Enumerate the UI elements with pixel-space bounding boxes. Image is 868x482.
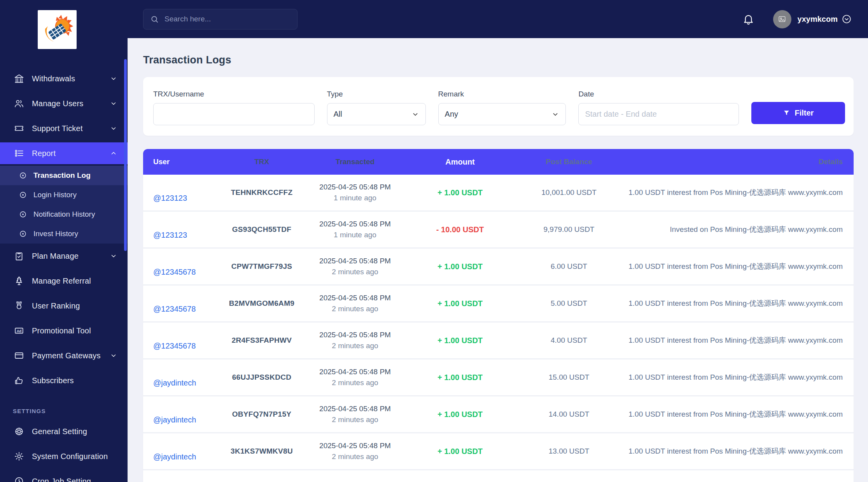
filter-card: TRX/Username Type All Remark Any [143, 77, 854, 136]
sidebar-item-system-configuration[interactable]: System Configuration [0, 444, 128, 469]
user-link[interactable]: @jaydintech [153, 452, 196, 461]
transacted-date: 2025-04-25 05:48 PM [303, 366, 408, 377]
app-logo[interactable] [38, 10, 77, 49]
field-type: Type All [327, 90, 426, 136]
user-cell: @jaydintech [143, 410, 221, 419]
post-balance: 5.00 USDT [513, 299, 625, 308]
medal-icon [14, 301, 24, 311]
column-header-amount: Amount [408, 158, 513, 167]
type-select-value: All [334, 110, 342, 119]
sidebar-item-label: Payment Gateways [32, 351, 110, 360]
user-cell: @12345678 [143, 299, 221, 308]
sidebar-item-cron-job-setting[interactable]: Cron Job Setting [0, 469, 128, 482]
user-link[interactable]: @12345678 [153, 305, 196, 314]
details: 1.00 USDT interest from Pos Mining-优选源码库… [625, 335, 854, 345]
table-row: @123456782R4FS3FAPHWV2025-04-25 05:48 PM… [143, 323, 854, 359]
post-balance: 15.00 USDT [513, 373, 625, 382]
avatar[interactable] [773, 10, 791, 28]
table-row: @123123TEHNKRKCCFFZ2025-04-25 05:48 PM1 … [143, 175, 854, 212]
sidebar-item-payment-gateways[interactable]: Payment Gateways [0, 343, 128, 368]
gear-icon [14, 451, 24, 461]
transacted-ago: 2 minutes ago [303, 340, 408, 351]
post-balance: 9,979.00 USDT [513, 225, 625, 234]
sidebar-subitem-invest-history[interactable]: Invest History [0, 224, 128, 244]
sidebar-item-support-ticket[interactable]: Support Ticket [0, 116, 128, 141]
funnel-icon [783, 109, 790, 117]
transactions-table: UserTRXTransactedAmountPost BalanceDetai… [143, 149, 854, 482]
sidebar-subitem-label: Login History [33, 191, 77, 199]
transacted-cell: 2025-04-25 05:48 PM1 minute ago [303, 182, 408, 203]
remark-label: Remark [438, 90, 566, 98]
column-header-transacted: Transacted [303, 156, 408, 167]
users-icon [14, 98, 24, 109]
chevron-up-icon [110, 149, 117, 157]
chevron-down-icon [411, 110, 419, 118]
details: Invested on Pos Mining-优选源码库 www.yxymk.c… [625, 224, 854, 235]
sidebar-subitem-notification-history[interactable]: Notification History [0, 205, 128, 224]
user-link[interactable]: @123123 [153, 231, 187, 240]
sidebar-item-user-ranking[interactable]: User Ranking [0, 293, 128, 318]
amount: + 1.00 USDT [408, 262, 513, 271]
post-balance: 6.00 USDT [513, 262, 625, 271]
search-input[interactable] [143, 9, 298, 30]
user-link[interactable]: @12345678 [153, 268, 196, 277]
amount: + 1.00 USDT [408, 373, 513, 382]
sidebar-item-label: General Setting [32, 427, 117, 436]
trx-code: B2MVMGOM6AM9 [221, 299, 303, 308]
notification-bell-icon[interactable] [742, 13, 754, 25]
post-balance: 13.00 USDT [513, 447, 625, 456]
sidebar-item-withdrawals[interactable]: Withdrawals [0, 66, 128, 91]
user-cell: @jaydintech [143, 447, 221, 456]
sidebar-item-general-setting[interactable]: General Setting [0, 419, 128, 444]
trx-username-input[interactable] [153, 103, 315, 125]
field-date: Date [578, 90, 739, 136]
sidebar-item-label: Report [32, 149, 110, 158]
post-balance: 14.00 USDT [513, 410, 625, 419]
sidebar-item-label: Manage Referral [32, 277, 117, 286]
table-row: @123123GS93QCH55TDF2025-04-25 05:48 PM1 … [143, 212, 854, 249]
transacted-date: 2025-04-25 05:48 PM [303, 440, 408, 451]
sidebar-item-manage-users[interactable]: Manage Users [0, 91, 128, 116]
remark-select-value: Any [445, 110, 458, 119]
chevron-down-icon [110, 124, 117, 132]
sidebar-subitem-login-history[interactable]: Login History [0, 185, 128, 205]
app-root: WithdrawalsManage UsersSupport TicketRep… [0, 0, 868, 482]
sidebar-section-settings: SETTINGS [0, 393, 128, 419]
sidebar-item-subscribers[interactable]: Subscribers [0, 368, 128, 393]
sidebar-item-plan-manage[interactable]: Plan Manage [0, 244, 128, 268]
chevron-down-icon [551, 110, 559, 118]
type-select[interactable]: All [327, 103, 426, 125]
sun-solar-logo-icon [40, 13, 74, 46]
transacted-date: 2025-04-25 05:48 PM [303, 330, 408, 340]
sidebar-item-label: Manage Users [32, 99, 110, 108]
trx-code: GS93QCH55TDF [221, 225, 303, 234]
date-range-input[interactable] [578, 103, 739, 125]
sidebar-subitem-transaction-log[interactable]: Transaction Log [0, 166, 128, 185]
remark-select[interactable]: Any [438, 103, 566, 125]
ad-icon: Ad [14, 326, 24, 336]
profile-chevron-down-icon[interactable] [842, 14, 852, 24]
sidebar-item-manage-referral[interactable]: Manage Referral [0, 268, 128, 293]
user-link[interactable]: @jaydintech [153, 379, 196, 387]
user-link[interactable]: @jaydintech [153, 415, 196, 424]
sidebar-item-label: Support Ticket [32, 124, 110, 133]
trx-code: CPW7TMGF79JS [221, 262, 303, 271]
credit-card-icon [14, 351, 24, 361]
table-row: @jaydintech3K1KS7WMKV8U2025-04-25 05:48 … [143, 433, 854, 470]
transacted-cell: 2025-04-25 05:48 PM2 minutes ago [303, 293, 408, 314]
user-link[interactable]: @123123 [153, 194, 187, 203]
transacted-ago: 1 minute ago [303, 193, 408, 203]
sidebar-item-report[interactable]: Report [0, 142, 128, 164]
filter-button[interactable]: Filter [751, 102, 845, 124]
user-link[interactable]: @12345678 [153, 342, 196, 351]
transacted-date: 2025-04-25 05:48 PM [303, 219, 408, 230]
transacted-cell: 2025-04-25 05:48 PM1 minute ago [303, 219, 408, 240]
sidebar-scrollbar[interactable] [124, 59, 127, 251]
transacted-ago: 2 minutes ago [303, 414, 408, 425]
type-label: Type [327, 90, 426, 98]
sidebar-subitem-label: Notification History [33, 210, 95, 219]
sidebar-item-promotional-tool[interactable]: AdPromotional Tool [0, 318, 128, 343]
user-cell: @12345678 [143, 336, 221, 345]
amount: + 1.00 USDT [408, 410, 513, 419]
username[interactable]: yxymkcom [798, 15, 838, 24]
